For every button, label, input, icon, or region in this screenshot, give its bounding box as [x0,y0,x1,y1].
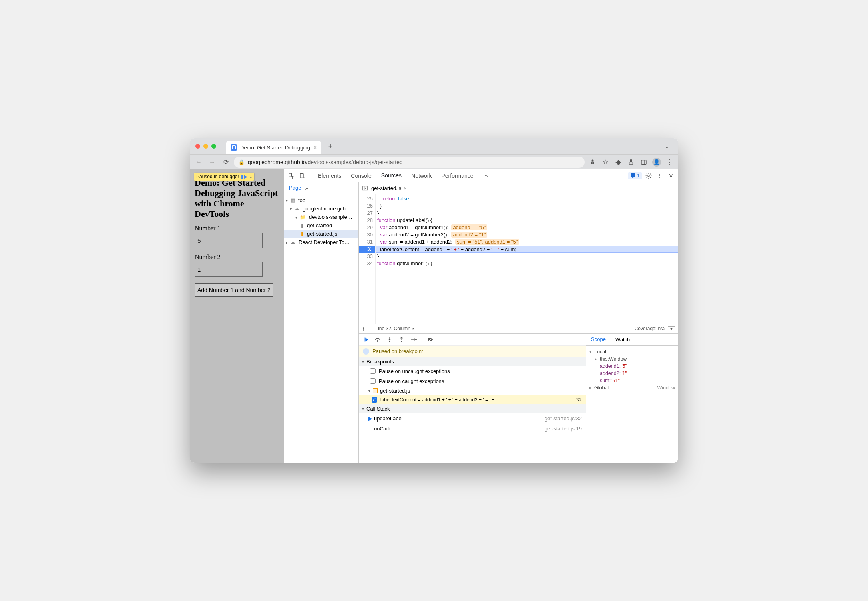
tab-network[interactable]: Network [407,169,436,182]
toggle-navigator-icon[interactable] [362,185,368,191]
pause-uncaught-row[interactable]: Pause on uncaught exceptions [359,366,586,376]
deactivate-breakpoints-icon[interactable] [427,337,434,342]
file-tree: top googlechrome.gith… devtools-sample… … [284,194,358,248]
sidepanel-icon[interactable] [638,157,649,168]
device-toolbar-icon[interactable] [298,171,307,181]
scope-this-row[interactable]: ▸this: Window [589,355,675,363]
url-toolbar: ← → ⟳ 🔒 googlechrome.github.io/devtools-… [190,154,678,169]
navigator-menu-icon[interactable]: ⋮ [349,184,355,192]
debugger-pane: i Paused on breakpoint ▾Breakpoints Paus… [359,333,678,463]
add-button[interactable]: Add Number 1 and Number 2 [195,283,273,297]
editor-tab[interactable]: get-started.js × [371,185,407,191]
info-icon: i [363,348,369,355]
tree-js-file[interactable]: get-started.js [284,230,358,238]
debugger-toolbar [359,334,586,346]
url-actions: ☆ 👤 ⋮ [587,157,675,168]
watch-tab[interactable]: Watch [611,333,635,345]
step-into-icon[interactable] [386,336,393,343]
tree-top[interactable]: top [284,196,358,204]
coverage-status: Coverage: n/a [635,326,665,331]
tree-folder[interactable]: devtools-sample… [284,213,358,221]
scope-var-row[interactable]: addend1: "5" [589,363,675,370]
new-tab-button[interactable]: + [325,141,336,152]
labs-icon[interactable] [625,157,637,168]
tab-elements[interactable]: Elements [314,169,345,182]
avatar-icon: 👤 [652,158,661,167]
pretty-print-icon[interactable]: { } [362,326,371,332]
breakpoint-line-row[interactable]: label.textContent = addend1 + ' + ' + ad… [359,395,586,404]
step-icon[interactable] [410,337,417,342]
url-text: googlechrome.github.io/devtools-samples/… [248,159,403,165]
svg-point-11 [389,341,390,342]
tree-domain[interactable]: googlechrome.gith… [284,204,358,213]
step-out-icon[interactable] [398,336,405,343]
step-over-icon[interactable] [374,337,381,342]
back-button[interactable]: ← [193,157,204,168]
menu-icon[interactable]: ⋮ [664,157,675,168]
bookmark-icon[interactable]: ☆ [600,157,611,168]
editor-pane: get-started.js × 25262728293031323334 re… [359,182,678,463]
editor-tab-close-icon[interactable]: × [404,185,407,191]
number1-input[interactable] [195,233,263,248]
titlebar: Demo: Get Started Debugging × + ⌄ [190,138,678,154]
tab-console[interactable]: Console [347,169,375,182]
forward-button[interactable]: → [207,157,218,168]
number2-input[interactable] [195,262,263,277]
code-editor[interactable]: 25262728293031323334 return false; }}fun… [359,194,678,324]
navigator-more-icon[interactable]: » [305,185,308,191]
breakpoint-file-row[interactable]: ▾get-started.js [359,386,586,395]
checkbox-unchecked-icon [370,368,376,374]
tabs-dropdown-icon[interactable]: ⌄ [661,143,673,149]
overlay-step-icon[interactable]: ⤵ [249,174,252,179]
tab-performance[interactable]: Performance [437,169,477,182]
resume-icon[interactable] [362,337,369,343]
scope-pane: Scope Watch ▾Local ▸this: Window addend1… [586,334,678,463]
callstack-row[interactable]: ▶updateLabelget-started.js:32 [359,413,586,424]
extensions-icon[interactable] [613,157,624,168]
pause-caught-row[interactable]: Pause on caught exceptions [359,376,586,386]
paused-message: i Paused on breakpoint [359,346,586,357]
tab-close-icon[interactable]: × [313,144,317,151]
scope-tab[interactable]: Scope [586,333,611,345]
issues-count: 1 [637,173,640,179]
close-window-button[interactable] [195,144,200,149]
reload-button[interactable]: ⟳ [220,157,231,168]
navigator-tab-page[interactable]: Page [287,182,303,194]
number2-label: Number 2 [195,254,279,261]
scope-local-header[interactable]: ▾Local [589,348,675,355]
svg-rect-8 [364,337,364,341]
tree-html-file[interactable]: get-started [284,221,358,230]
checkbox-checked-icon [372,397,377,403]
inspect-element-icon[interactable] [287,171,296,181]
tab-sources[interactable]: Sources [377,169,406,182]
minimize-window-button[interactable] [203,144,208,149]
traffic-lights [195,144,216,149]
settings-icon[interactable] [644,171,653,181]
scope-global-header[interactable]: ▸GlobalWindow [589,384,675,391]
page-viewport: Paused in debugger ▮▶ ⤵ Demo: Get Starte… [190,169,284,463]
profile-button[interactable]: 👤 [651,157,662,168]
number1-label: Number 1 [195,225,279,232]
devtools-close-icon[interactable]: ✕ [666,171,676,181]
callstack-header[interactable]: ▾Call Stack [359,404,586,413]
maximize-window-button[interactable] [211,144,216,149]
url-bar[interactable]: 🔒 googlechrome.github.io/devtools-sample… [234,157,585,168]
svg-point-13 [401,341,402,342]
share-icon[interactable] [587,157,598,168]
lock-icon: 🔒 [239,159,245,165]
browser-tab[interactable]: Demo: Get Started Debugging × [226,141,321,154]
more-tabs-icon[interactable]: » [482,171,491,181]
overlay-resume-icon[interactable]: ▮▶ [241,174,247,179]
issues-badge[interactable]: 1 [628,172,642,179]
browser-window: Demo: Get Started Debugging × + ⌄ ← → ⟳ … [190,138,678,463]
tab-title: Demo: Get Started Debugging [240,145,310,151]
tree-react-ext[interactable]: React Developer To… [284,238,358,246]
editor-status-bar: { } Line 32, Column 3 Coverage: n/a ▼ [359,324,678,333]
callstack-row[interactable]: onClickget-started.js:19 [359,424,586,434]
devtools-menu-icon[interactable]: ⋮ [655,171,665,181]
tab-strip: Demo: Get Started Debugging × + [226,138,336,154]
breakpoints-header[interactable]: ▾Breakpoints [359,357,586,366]
scope-var-row[interactable]: sum: "51" [589,377,675,384]
scope-var-row[interactable]: addend2: "1" [589,370,675,377]
coverage-dropdown-icon[interactable]: ▼ [668,326,675,331]
